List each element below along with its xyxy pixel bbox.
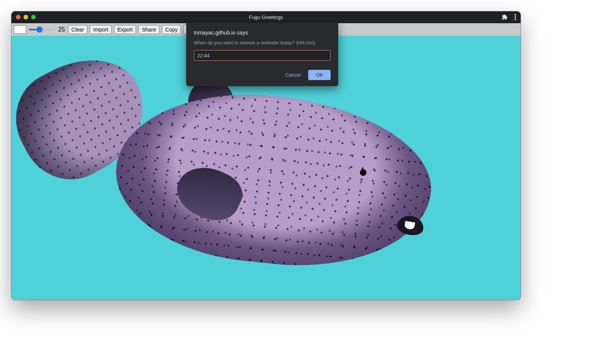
import-button[interactable]: Import: [90, 25, 112, 34]
export-button[interactable]: Export: [114, 25, 136, 34]
window-close-button[interactable]: [16, 15, 21, 19]
copy-button[interactable]: Copy: [162, 25, 181, 34]
prompt-message: When do you want to receive a reminder t…: [194, 40, 331, 46]
prompt-input[interactable]: [194, 50, 331, 61]
prompt-ok-button[interactable]: OK: [308, 70, 331, 80]
brush-size-value: 25: [58, 26, 65, 33]
clear-button[interactable]: Clear: [68, 25, 87, 34]
share-button[interactable]: Share: [138, 25, 159, 34]
prompt-cancel-button[interactable]: Cancel: [285, 72, 301, 78]
titlebar: Fugu Greetings: [11, 11, 521, 23]
app-window: Fugu Greetings 25 Clear Import Export Sh…: [11, 11, 521, 300]
window-maximize-button[interactable]: [31, 15, 36, 19]
extensions-icon[interactable]: [502, 14, 508, 20]
color-swatch[interactable]: [14, 25, 26, 34]
kebab-menu-icon[interactable]: [515, 14, 516, 20]
svg-point-1: [515, 16, 516, 18]
window-title: Fugu Greetings: [249, 14, 283, 20]
brush-size-slider[interactable]: [28, 27, 55, 33]
traffic-lights: [16, 15, 36, 19]
svg-point-2: [515, 19, 516, 20]
prompt-origin: tomayac.github.io says: [194, 30, 331, 36]
prompt-dialog: tomayac.github.io says When do you want …: [186, 23, 338, 86]
svg-point-0: [515, 14, 516, 16]
window-minimize-button[interactable]: [24, 15, 28, 19]
